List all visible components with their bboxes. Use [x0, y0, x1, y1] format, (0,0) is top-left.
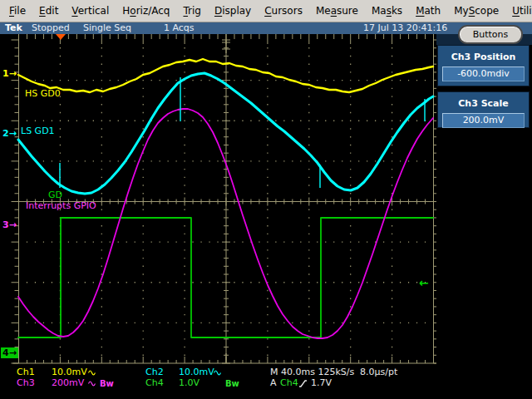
trigger-prefix: A: [270, 378, 277, 388]
channel-marker-4[interactable]: 4→: [1, 347, 18, 358]
ch1-label: Ch1: [17, 367, 35, 377]
ch3-position-value[interactable]: -600.0mdiv: [442, 66, 525, 81]
ch4-label: Ch4: [145, 378, 164, 388]
menu-item-myscope[interactable]: MyScope: [447, 5, 505, 17]
trigger-position-marker[interactable]: [56, 34, 66, 40]
status-bar: Tek Stopped Single Seq 1 Acqs 17 Jul 13 …: [0, 22, 532, 34]
rising-edge-icon: [298, 379, 308, 391]
ch2-label: Ch2: [145, 367, 164, 377]
channel-marker-1[interactable]: 1→: [2, 68, 17, 79]
ch3-scale-value[interactable]: 200.0mV: [442, 113, 525, 128]
ch2-scale[interactable]: 10.0mV: [179, 367, 214, 377]
waveform-label-ls-gd1: LS GD1: [21, 126, 55, 136]
menu-item-file[interactable]: File: [2, 5, 32, 17]
trigger-level-arrow-icon[interactable]: ←: [419, 277, 429, 288]
menu-item-measure[interactable]: Measure: [309, 5, 365, 17]
ch3-bandwidth-badge: Bw: [100, 379, 114, 389]
side-panel: Ch3 Position -600.0mdiv Ch3 Scale 200.0m…: [436, 34, 532, 399]
menu-item-math[interactable]: Math: [409, 5, 447, 17]
menu-bar: FileEditVerticalHoriz/AcqTrigDisplayCurs…: [0, 0, 532, 22]
menu-item-edit[interactable]: Edit: [32, 5, 65, 17]
tek-logo: Tek: [5, 22, 22, 34]
menu-item-display[interactable]: Display: [208, 5, 258, 17]
datetime: 17 Jul 13 20:41:16: [363, 22, 447, 34]
waveform-label-interrupts-gpio: Interrupts GPIO: [26, 200, 96, 211]
waveform-label-hs-gd0: HS GD0: [25, 88, 61, 99]
readout-bar: Ch1 10.0mV Ch2 10.0mV M 40.0ms 125kS/s 8…: [0, 366, 532, 399]
ch2-coupling-sine-icon: [214, 368, 221, 380]
acquisition-mode: Single Seq: [83, 22, 131, 34]
acquisition-state: Stopped: [32, 22, 70, 34]
channel-marker-2[interactable]: 2→: [2, 128, 17, 139]
menu-item-vertical[interactable]: Vertical: [65, 5, 116, 17]
waveform-label-gd: GD: [48, 190, 62, 200]
ch3-scale-title: Ch3 Scale: [438, 98, 529, 109]
ch3-label: Ch3: [17, 378, 35, 388]
waveform-display[interactable]: HS GD0LS GD1GDInterrupts GPIO1→2→3→4→←: [0, 34, 436, 366]
ch1-scale[interactable]: 10.0mV: [52, 367, 87, 377]
menu-item-utilities[interactable]: Utilities: [505, 5, 532, 17]
ch3-position-panel: Ch3 Position -600.0mdiv: [437, 45, 530, 86]
buttons-button[interactable]: Buttons: [458, 25, 523, 44]
menu-item-masks[interactable]: Masks: [365, 5, 409, 17]
ch3-position-title: Ch3 Position: [438, 52, 529, 62]
trigger-source[interactable]: Ch4: [280, 378, 298, 388]
menu-item-horiz-acq[interactable]: Horiz/Acq: [116, 5, 176, 17]
menu-item-trig[interactable]: Trig: [176, 5, 207, 17]
timebase-readout[interactable]: M 40.0ms 125kS/s: [270, 367, 354, 377]
trigger-level[interactable]: 1.7V: [311, 378, 332, 388]
ch4-scale[interactable]: 1.0V: [179, 378, 200, 388]
ch3-scale-panel: Ch3 Scale 200.0mV: [437, 91, 530, 128]
ch3-coupling-sine-icon: [88, 379, 96, 391]
ch3-scale[interactable]: 200mV: [52, 378, 84, 388]
ch1-coupling-sine-icon: [88, 368, 96, 380]
resolution-readout: 8.0µs/pt: [360, 367, 397, 377]
ch4-bandwidth-badge: Bw: [225, 379, 239, 389]
menu-item-cursors[interactable]: Cursors: [258, 5, 309, 17]
channel-marker-3[interactable]: 3→: [2, 219, 17, 230]
acquisition-count: 1 Acqs: [164, 22, 195, 34]
